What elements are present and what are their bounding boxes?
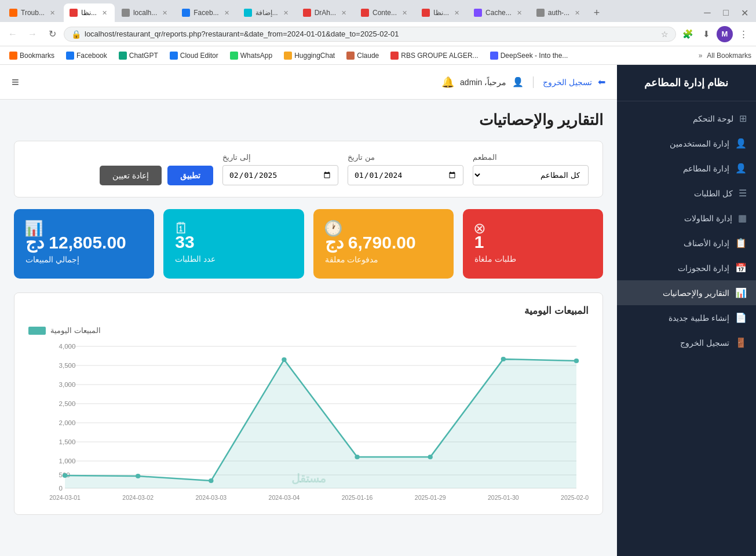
stat-orders-label: عدد الطلبات — [175, 254, 216, 264]
tab-close-6[interactable]: ✕ — [400, 9, 409, 17]
minimize-button[interactable]: ─ — [699, 5, 715, 21]
tab-6[interactable]: Conte... ✕ — [355, 3, 415, 22]
sidebar-item-reservations[interactable]: 📅 إدارة الحجوزات — [617, 255, 756, 280]
sidebar-item-all-orders[interactable]: ☰ كل الطلبات — [617, 181, 756, 206]
apply-button[interactable]: تطبيق — [167, 166, 213, 185]
sidebar-item-users[interactable]: 👤 إدارة المستخدمين — [617, 131, 756, 156]
sidebar-item-dashboard[interactable]: ⊞ لوحة التحكم — [617, 106, 756, 131]
bookmark-facebook[interactable]: Facebook — [61, 50, 112, 61]
tab-close-3[interactable]: ✕ — [222, 9, 231, 17]
close-window-button[interactable]: ✕ — [736, 5, 753, 21]
logout-sidebar-icon: 🚪 — [735, 337, 747, 348]
bookmark-label-0: Bookmarks — [20, 52, 54, 60]
bookmark-rbs[interactable]: RBS GROUPE ALGER... — [386, 50, 483, 61]
sidebar-item-tables[interactable]: ▦ إدارة الطاولات — [617, 206, 756, 231]
new-order-icon: 📄 — [735, 312, 747, 323]
tab-7[interactable]: نظا... ✕ — [416, 3, 467, 22]
tab-5[interactable]: DrAh... ✕ — [297, 3, 354, 22]
bookmark-favicon-7 — [390, 52, 399, 60]
bookmark-deepseek[interactable]: DeepSeek - Into the... — [485, 50, 573, 61]
date-from-input[interactable] — [348, 165, 463, 185]
filter-box: المطعم كل المطاعم من تاريخ إلى تاريخ — [14, 141, 603, 197]
reset-button[interactable]: إعادة تعيين — [100, 166, 162, 185]
sidebar-item-restaurants[interactable]: 👤 إدارة المطاعم — [617, 156, 756, 181]
data-point-7 — [574, 359, 579, 363]
stats-row: ⊗ 1 طلبات ملغاة 🕐 6,790.00 دج مدفوعات مع… — [14, 209, 603, 279]
orders-icon: 🗓 — [174, 220, 189, 237]
svg-text:2024-03-03: 2024-03-03 — [195, 495, 227, 501]
filter-row: المطعم كل المطاعم من تاريخ إلى تاريخ — [28, 153, 589, 185]
tab-favicon-6 — [361, 9, 369, 17]
sidebar-item-reports[interactable]: 📊 التقارير والإحصانيات — [617, 280, 756, 305]
bookmark-label-5: HuggingChat — [294, 52, 335, 60]
filter-group-restaurant: المطعم كل المطاعم — [473, 153, 589, 185]
tab-favicon-2 — [122, 9, 130, 17]
cancelled-icon: ⊗ — [473, 220, 486, 237]
forward-button[interactable]: → — [24, 26, 41, 42]
tab-close-8[interactable]: ✕ — [515, 9, 524, 17]
tab-label-6: Conte... — [372, 9, 397, 17]
tab-4[interactable]: إضافة... ✕ — [238, 3, 296, 22]
sidebar-item-new-order[interactable]: 📄 إنشاء طلبية جديدة — [617, 305, 756, 330]
tab-2[interactable]: localh... ✕ — [116, 3, 175, 22]
sidebar-label-dashboard: لوحة التحكم — [626, 114, 733, 123]
all-bookmarks-label[interactable]: All Bookmarks — [707, 52, 751, 60]
tab-9[interactable]: auth-... ✕ — [531, 3, 587, 22]
tab-favicon-4 — [244, 9, 252, 17]
tab-favicon-1 — [70, 9, 78, 17]
restaurant-select[interactable]: كل المطاعم — [473, 165, 589, 185]
tab-0[interactable]: Troub... ✕ — [3, 3, 63, 22]
chart-legend: المبيعات اليومية — [28, 326, 589, 335]
bookmarks-bar: Bookmarks Facebook ChatGPT Cloud Editor … — [0, 46, 756, 65]
date-to-label: إلى تاريخ — [222, 153, 251, 162]
tab-label-8: Cache... — [485, 9, 512, 17]
greeting-text: مرحباً، admin — [460, 78, 506, 87]
bookmark-claude[interactable]: Claude — [342, 50, 384, 61]
nav-icons: 🧩 ⬇ M ⋮ — [680, 26, 751, 42]
hamburger-icon[interactable]: ≡ — [12, 75, 19, 90]
maximize-button[interactable]: □ — [718, 5, 734, 21]
new-tab-button[interactable]: + — [589, 5, 605, 21]
svg-text:1,500: 1,500 — [59, 438, 76, 445]
menu-button[interactable]: ⋮ — [735, 26, 751, 42]
more-bookmarks-button[interactable]: » — [699, 52, 703, 60]
sidebar-item-logout[interactable]: 🚪 تسجيل الخروج — [617, 330, 756, 355]
bookmark-cloud-editor[interactable]: Cloud Editor — [165, 50, 223, 61]
bookmark-chatgpt[interactable]: ChatGPT — [114, 50, 163, 61]
profile-button[interactable]: M — [717, 26, 733, 42]
filter-group-date-to: إلى تاريخ — [222, 153, 338, 185]
tab-close-9[interactable]: ✕ — [573, 9, 582, 17]
reload-button[interactable]: ↻ — [44, 26, 60, 42]
bookmark-bookmarks[interactable]: Bookmarks — [5, 50, 59, 61]
svg-text:2025-01-30: 2025-01-30 — [488, 495, 519, 501]
data-point-6 — [501, 357, 506, 361]
tab-8[interactable]: Cache... ✕ — [468, 3, 529, 22]
stat-sales-label: إجمالي المبيعات — [25, 255, 79, 264]
chart-container: 4,000 3,500 3,000 2,500 2,000 1,500 1,00… — [28, 341, 589, 503]
extensions-button[interactable]: 🧩 — [680, 26, 696, 42]
filter-buttons: تطبيق إعادة تعيين — [100, 166, 213, 185]
users-icon: 👤 — [735, 138, 747, 149]
svg-text:2,500: 2,500 — [59, 400, 76, 407]
tab-close-0[interactable]: ✕ — [48, 9, 57, 17]
tab-3[interactable]: Faceb... ✕ — [176, 3, 236, 22]
sidebar-label-new-order: إنشاء طلبية جديدة — [626, 313, 729, 323]
tab-close-7[interactable]: ✕ — [452, 9, 461, 17]
tab-close-4[interactable]: ✕ — [282, 9, 290, 17]
logout-label[interactable]: تسجيل الخروج — [543, 78, 592, 87]
tab-close-5[interactable]: ✕ — [339, 9, 348, 17]
downloads-button[interactable]: ⬇ — [698, 26, 714, 42]
bookmark-huggingchat[interactable]: HuggingChat — [279, 50, 339, 61]
address-bar[interactable]: 🔒 localhost/restaurant_qr/reports.php?re… — [64, 27, 676, 42]
star-icon[interactable]: ☆ — [661, 30, 669, 39]
bookmark-whatsapp[interactable]: WhatsApp — [225, 50, 277, 61]
date-to-input[interactable] — [222, 165, 338, 185]
tab-close-1[interactable]: ✕ — [100, 9, 109, 17]
notification-icon[interactable]: 🔔 — [441, 76, 454, 89]
bookmark-favicon-1 — [66, 52, 74, 60]
back-button[interactable]: ← — [5, 26, 21, 42]
tab-1[interactable]: نظا... ✕ — [64, 3, 115, 22]
pending-icon: 🕐 — [324, 220, 342, 237]
tab-close-2[interactable]: ✕ — [160, 9, 169, 17]
sidebar-item-items[interactable]: 📋 إدارة الأصناف — [617, 231, 756, 255]
